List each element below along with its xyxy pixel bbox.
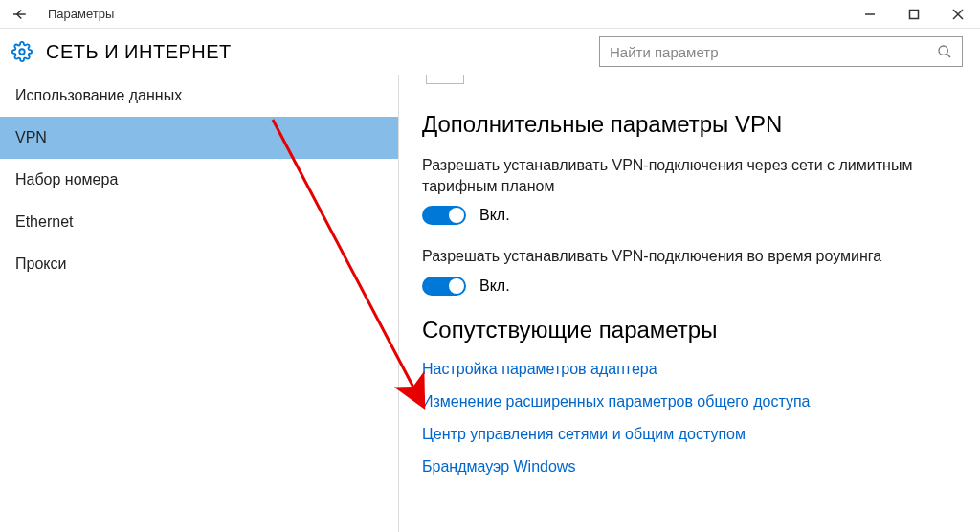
gear-icon: [11, 41, 33, 62]
link-adapter-settings[interactable]: Настройка параметров адаптера: [422, 361, 957, 378]
close-icon: [952, 9, 964, 20]
toggle-knob: [449, 278, 464, 294]
setting-metered-toggle-row: Вкл.: [422, 206, 957, 225]
window-title: Параметры: [38, 7, 114, 21]
search-icon: [937, 44, 952, 59]
link-windows-firewall[interactable]: Брандмауэр Windows: [422, 458, 957, 476]
svg-rect-1: [910, 10, 919, 18]
content: Использование данных VPN Набор номера Et…: [0, 75, 980, 532]
window-controls: [848, 0, 980, 29]
toggle-knob: [449, 208, 464, 223]
main-panel: Дополнительные параметры VPN Разрешать у…: [399, 75, 980, 532]
search-input[interactable]: [610, 44, 937, 60]
sidebar-item-ethernet[interactable]: Ethernet: [0, 201, 398, 243]
toggle-metered-label: Вкл.: [479, 207, 510, 224]
titlebar: Параметры: [0, 0, 980, 29]
close-button[interactable]: [936, 0, 980, 29]
section-heading-vpn-advanced: Дополнительные параметры VPN: [422, 111, 957, 138]
svg-line-6: [947, 54, 950, 57]
setting-metered-desc: Разрешать устанавливать VPN-подключения …: [422, 155, 957, 196]
svg-point-4: [19, 49, 25, 55]
page-title: СЕТЬ И ИНТЕРНЕТ: [46, 41, 232, 63]
link-network-sharing-center[interactable]: Центр управления сетями и общим доступом: [422, 426, 957, 443]
sidebar: Использование данных VPN Набор номера Et…: [0, 75, 398, 532]
sidebar-item-vpn[interactable]: VPN: [0, 117, 398, 159]
header: СЕТЬ И ИНТЕРНЕТ: [0, 29, 980, 75]
link-advanced-sharing[interactable]: Изменение расширенных параметров общего …: [422, 393, 957, 410]
sidebar-item-dialup[interactable]: Набор номера: [0, 159, 398, 201]
setting-roaming-desc: Разрешать устанавливать VPN-подключения …: [422, 246, 957, 267]
setting-roaming-toggle-row: Вкл.: [422, 277, 957, 296]
back-button[interactable]: [0, 0, 38, 29]
add-vpn-tile-partial[interactable]: [426, 75, 464, 84]
maximize-button[interactable]: [892, 0, 936, 29]
sidebar-item-data-usage[interactable]: Использование данных: [0, 75, 398, 117]
minimize-button[interactable]: [848, 0, 892, 29]
minimize-icon: [864, 9, 876, 20]
back-arrow-icon: [11, 6, 28, 23]
search-box[interactable]: [599, 36, 963, 67]
toggle-roaming-label: Вкл.: [479, 277, 510, 295]
maximize-icon: [908, 9, 920, 20]
toggle-metered[interactable]: [422, 206, 466, 225]
svg-point-5: [939, 46, 947, 55]
section-heading-related: Сопутствующие параметры: [422, 317, 957, 344]
sidebar-item-proxy[interactable]: Прокси: [0, 243, 398, 285]
toggle-roaming[interactable]: [422, 277, 466, 296]
